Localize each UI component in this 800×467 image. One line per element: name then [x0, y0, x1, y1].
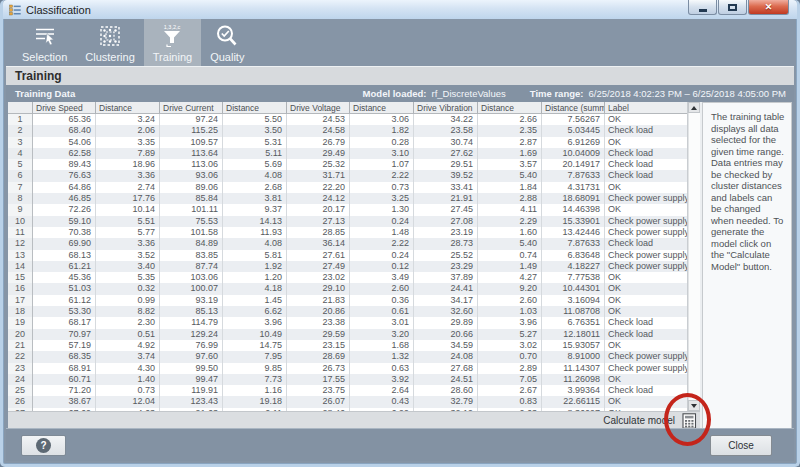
row-number-cell[interactable]: 5	[8, 159, 33, 170]
value-cell[interactable]: 29.51	[414, 159, 478, 170]
value-cell[interactable]: 97.60	[160, 351, 223, 362]
value-cell[interactable]: 3.36	[96, 238, 160, 249]
value-cell[interactable]: 70.97	[33, 329, 96, 340]
value-cell[interactable]: 87.74	[160, 261, 223, 272]
value-cell[interactable]: 23.02	[287, 272, 350, 283]
value-cell[interactable]: 21.91	[414, 193, 478, 204]
value-cell[interactable]: 89.06	[160, 182, 223, 193]
value-cell[interactable]: 0.24	[350, 250, 414, 261]
value-cell[interactable]: 3.50	[223, 125, 287, 136]
row-number-cell[interactable]: 2	[8, 125, 33, 136]
value-cell[interactable]: 5.31	[223, 137, 287, 148]
value-cell[interactable]: 30.74	[414, 137, 478, 148]
value-cell[interactable]: 15.33901	[542, 216, 605, 227]
value-cell[interactable]: 8.91000	[542, 351, 605, 362]
value-cell[interactable]: 0.99	[96, 295, 160, 306]
value-cell[interactable]: 12.18011	[542, 329, 605, 340]
value-cell[interactable]: 0.74	[478, 250, 542, 261]
value-cell[interactable]: 5.77	[96, 227, 160, 238]
value-cell[interactable]: 0.70	[478, 351, 542, 362]
value-cell[interactable]: 8.82	[96, 306, 160, 317]
value-cell[interactable]: 4.31731	[542, 182, 605, 193]
value-cell[interactable]: 89.43	[33, 159, 96, 170]
label-cell[interactable]: Check power supply	[605, 363, 687, 374]
value-cell[interactable]: 3.40	[96, 261, 160, 272]
value-cell[interactable]: 26.07	[287, 396, 350, 407]
scrollbar-thumb[interactable]	[688, 113, 700, 400]
value-cell[interactable]: 61.21	[33, 261, 96, 272]
value-cell[interactable]: 109.57	[160, 137, 223, 148]
value-cell[interactable]: 3.81	[223, 193, 287, 204]
close-window-button[interactable]: ✕	[748, 0, 789, 15]
row-number-cell[interactable]: 13	[8, 250, 33, 261]
value-cell[interactable]: 4.18	[223, 283, 287, 294]
value-cell[interactable]: 1.07	[350, 159, 414, 170]
value-cell[interactable]: 84.89	[160, 238, 223, 249]
value-cell[interactable]: 1.82	[350, 125, 414, 136]
value-cell[interactable]: 29.10	[287, 283, 350, 294]
toolbar-item-selection[interactable]: Selection	[13, 19, 76, 66]
value-cell[interactable]: 34.17	[414, 295, 478, 306]
value-cell[interactable]: 6.76351	[542, 317, 605, 328]
value-cell[interactable]: 24.41	[414, 283, 478, 294]
value-cell[interactable]: 3.96	[223, 317, 287, 328]
value-cell[interactable]: 19.18	[223, 396, 287, 407]
value-cell[interactable]: 1.32	[350, 351, 414, 362]
value-cell[interactable]: 2.88	[478, 193, 542, 204]
table-row[interactable]: 1059.105.5175.5314.1327.130.2427.082.291…	[8, 216, 687, 227]
value-cell[interactable]: 3.24	[96, 114, 160, 125]
value-cell[interactable]: 103.06	[160, 272, 223, 283]
value-cell[interactable]: 85.84	[160, 193, 223, 204]
value-cell[interactable]: 5.81	[223, 250, 287, 261]
value-cell[interactable]: 4.30	[96, 363, 160, 374]
value-cell[interactable]: 5.27	[478, 329, 542, 340]
value-cell[interactable]: 0.32	[96, 283, 160, 294]
value-cell[interactable]: 7.87633	[542, 238, 605, 249]
value-cell[interactable]: 62.58	[33, 148, 96, 159]
toolbar-item-quality[interactable]: Quality	[201, 19, 253, 66]
value-cell[interactable]: 3.36	[96, 170, 160, 181]
value-cell[interactable]: 2.68	[223, 182, 287, 193]
value-cell[interactable]: 2.87	[478, 137, 542, 148]
value-cell[interactable]: 0.83	[478, 396, 542, 407]
value-cell[interactable]: 0.36	[350, 295, 414, 306]
column-header[interactable]: Label	[605, 102, 687, 114]
label-cell[interactable]: Check load	[605, 317, 687, 328]
value-cell[interactable]: 18.96	[96, 159, 160, 170]
value-cell[interactable]: 17.55	[287, 374, 350, 385]
row-number-cell[interactable]: 24	[8, 374, 33, 385]
value-cell[interactable]: 32.79	[414, 396, 478, 407]
value-cell[interactable]: 100.07	[160, 283, 223, 294]
value-cell[interactable]: 24.51	[414, 374, 478, 385]
value-cell[interactable]: 32.60	[414, 306, 478, 317]
value-cell[interactable]: 115.25	[160, 125, 223, 136]
value-cell[interactable]: 33.41	[414, 182, 478, 193]
value-cell[interactable]: 53.30	[33, 306, 96, 317]
table-row[interactable]: 1170.385.77101.5811.9328.851.4823.191.60…	[8, 227, 687, 238]
value-cell[interactable]: 9.20	[478, 283, 542, 294]
row-number-cell[interactable]: 16	[8, 283, 33, 294]
value-cell[interactable]: 28.69	[287, 351, 350, 362]
table-row[interactable]: 2571.200.73119.911.1623.752.6428.602.673…	[8, 385, 687, 396]
table-row[interactable]: 846.8517.7685.843.8124.123.2521.912.8818…	[8, 193, 687, 204]
value-cell[interactable]: 24.58	[287, 125, 350, 136]
value-cell[interactable]: 2.74	[96, 182, 160, 193]
value-cell[interactable]: 27.61	[287, 250, 350, 261]
label-cell[interactable]: Check load	[605, 385, 687, 396]
column-header[interactable]	[8, 102, 33, 114]
label-cell[interactable]: OK	[605, 396, 687, 407]
row-number-cell[interactable]: 20	[8, 329, 33, 340]
label-cell[interactable]: OK	[605, 340, 687, 351]
value-cell[interactable]: 11.14307	[542, 363, 605, 374]
table-row[interactable]: 2460.711.4099.477.7317.553.9224.517.0511…	[8, 374, 687, 385]
value-cell[interactable]: 0.24	[350, 216, 414, 227]
value-cell[interactable]: 1.49	[478, 261, 542, 272]
value-cell[interactable]: 29.49	[287, 148, 350, 159]
value-cell[interactable]: 1.68	[350, 340, 414, 351]
value-cell[interactable]: 123.43	[160, 396, 223, 407]
toolbar-item-training[interactable]: 1,3,2,c Training	[144, 19, 201, 66]
value-cell[interactable]: 2.06	[96, 125, 160, 136]
value-cell[interactable]: 5.40	[478, 238, 542, 249]
help-button[interactable]: ?	[21, 435, 66, 456]
row-number-cell[interactable]: 17	[8, 295, 33, 306]
